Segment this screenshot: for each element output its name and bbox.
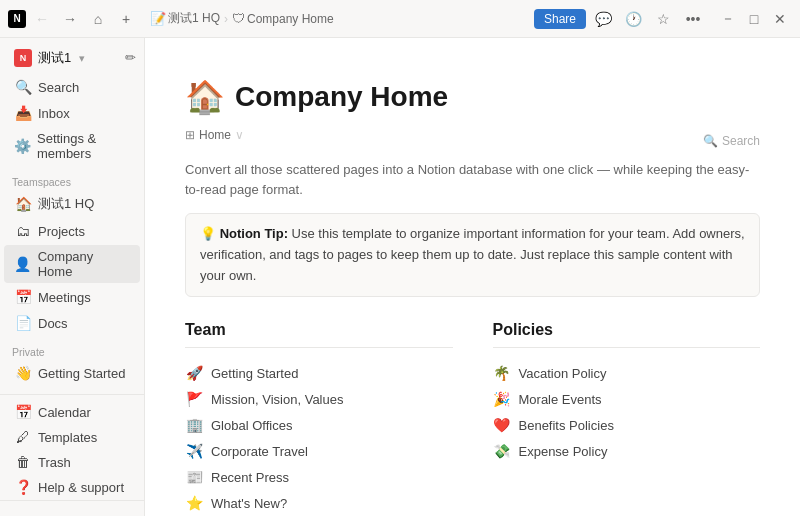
item-icon-3: ✈️ [185,443,203,459]
policy-icon-1: 🎉 [493,391,511,407]
projects-icon: 🗂 [14,223,32,239]
breadcrumb-item: 🛡 Company Home [232,11,334,26]
upgrade-plan-button[interactable]: ⬆ Upgrade plan [8,510,136,516]
tip-icon: 💡 [200,226,216,241]
app-icon: N [8,10,26,28]
item-icon-0: 🚀 [185,365,203,381]
history-button[interactable]: 🕐 [620,6,646,32]
tip-label: Notion Tip: [220,226,288,241]
back-button[interactable]: ← [30,7,54,31]
inbox-icon: 📥 [14,105,32,121]
list-item[interactable]: 🌴 Vacation Policy [493,360,761,386]
help-icon: ❓ [14,479,32,495]
sidebar-item-calendar[interactable]: 📅 Calendar [4,400,140,424]
workspace-arrow: ▾ [79,52,85,65]
sidebar-item-templates[interactable]: 🖊 Templates [4,425,140,449]
window-controls: － □ ✕ [716,7,792,31]
meetings-icon: 📅 [14,289,32,305]
add-page-button[interactable]: + [114,7,138,31]
sidebar: N 测试1 ▾ ✏ 🔍 Search 📥 Inbox ⚙️ Settings &… [0,38,145,516]
sidebar-item-settings[interactable]: ⚙️ Settings & members [4,127,140,165]
breadcrumb-workspace[interactable]: 📝 测试1 HQ [150,10,220,27]
sidebar-item-docs[interactable]: 📄 Docs [4,311,140,335]
sidebar-item-getting-started[interactable]: 👋 Getting Started [4,361,140,385]
private-label: Private [0,336,144,360]
policy-icon-2: ❤️ [493,417,511,433]
minimize-button[interactable]: － [716,7,740,31]
team-hq-icon: 🏠 [14,196,32,212]
workspace-icon: N [14,49,32,67]
content-breadcrumb-row: ⊞ Home ∨ 🔍 Search [185,128,760,154]
sidebar-item-team1-hq[interactable]: 🏠 测试1 HQ [4,191,140,217]
maximize-button[interactable]: □ [742,7,766,31]
page-subtitle: Convert all those scattered pages into a… [185,160,760,199]
policy-icon-0: 🌴 [493,365,511,381]
list-item[interactable]: 💸 Expense Policy [493,438,761,464]
teamspaces-label: Teamspaces [0,166,144,190]
calendar-icon: 📅 [14,404,32,420]
content-inner: 🏠 Company Home ⊞ Home ∨ 🔍 Search Convert… [145,38,800,516]
titlebar: N ← → ⌂ + 📝 测试1 HQ › 🛡 Company Home Shar… [0,0,800,38]
list-item[interactable]: ❤️ Benefits Policies [493,412,761,438]
sidebar-item-inbox[interactable]: 📥 Inbox [4,101,140,125]
list-item[interactable]: 📰 Recent Press [185,464,453,490]
comment-button[interactable]: 💬 [590,6,616,32]
settings-icon: ⚙️ [14,138,31,154]
policy-icon-3: 💸 [493,443,511,459]
content-search[interactable]: 🔍 Search [703,134,760,148]
workspace-selector[interactable]: N 测试1 ▾ [4,43,140,73]
team-header: Team [185,321,453,348]
main-layout: N 测试1 ▾ ✏ 🔍 Search 📥 Inbox ⚙️ Settings &… [0,38,800,516]
sidebar-item-search[interactable]: 🔍 Search [4,75,140,99]
sidebar-item-trash[interactable]: 🗑 Trash [4,450,140,474]
content-area: 🏠 Company Home ⊞ Home ∨ 🔍 Search Convert… [145,38,800,516]
page-title: Company Home [235,81,448,113]
more-button[interactable]: ••• [680,6,706,32]
search-icon: 🔍 [14,79,32,95]
close-button[interactable]: ✕ [768,7,792,31]
docs-icon: 📄 [14,315,32,331]
forward-button[interactable]: → [58,7,82,31]
favorite-button[interactable]: ☆ [650,6,676,32]
policies-header: Policies [493,321,761,348]
item-icon-4: 📰 [185,469,203,485]
getting-started-icon: 👋 [14,365,32,381]
sidebar-item-meetings[interactable]: 📅 Meetings [4,285,140,309]
sidebar-bottom: ⬆ Upgrade plan [0,500,144,516]
sidebar-item-projects[interactable]: 🗂 Projects [4,219,140,243]
company-home-icon: 👤 [14,256,32,272]
team-column: Team 🚀 Getting Started 🚩 Mission, Vision… [185,321,453,516]
columns: Team 🚀 Getting Started 🚩 Mission, Vision… [185,321,760,516]
list-item[interactable]: ⭐ What's New? [185,490,453,516]
page-emoji: 🏠 [185,78,225,116]
tip-box: 💡 Notion Tip: Use this template to organ… [185,213,760,297]
titlebar-right: Share 💬 🕐 ☆ ••• － □ ✕ [534,6,792,32]
page-header: 🏠 Company Home [185,78,760,116]
new-page-icon[interactable]: ✏ [125,50,136,65]
item-icon-2: 🏢 [185,417,203,433]
list-item[interactable]: 🚩 Mission, Vision, Values [185,386,453,412]
templates-icon: 🖊 [14,429,32,445]
breadcrumb-chevron: ∨ [235,128,244,142]
trash-icon: 🗑 [14,454,32,470]
home-breadcrumb-link[interactable]: Home [199,128,231,142]
search-icon-content: 🔍 [703,134,718,148]
content-breadcrumb: ⊞ Home ∨ [185,128,244,142]
breadcrumb-separator: › [224,12,228,26]
home-button[interactable]: ⌂ [86,7,110,31]
share-button[interactable]: Share [534,9,586,29]
policies-column: Policies 🌴 Vacation Policy 🎉 Morale Even… [493,321,761,516]
list-item[interactable]: 🏢 Global Offices [185,412,453,438]
list-item[interactable]: 🎉 Morale Events [493,386,761,412]
workspace-name: 测试1 [38,49,71,67]
sidebar-item-company-home[interactable]: 👤 Company Home [4,245,140,283]
item-icon-1: 🚩 [185,391,203,407]
item-icon-5: ⭐ [185,495,203,511]
breadcrumb: 📝 测试1 HQ › 🛡 Company Home [150,10,334,27]
titlebar-left: N ← → ⌂ + 📝 测试1 HQ › 🛡 Company Home [8,7,334,31]
list-item[interactable]: ✈️ Corporate Travel [185,438,453,464]
sidebar-item-help[interactable]: ❓ Help & support [4,475,140,499]
list-item[interactable]: 🚀 Getting Started [185,360,453,386]
